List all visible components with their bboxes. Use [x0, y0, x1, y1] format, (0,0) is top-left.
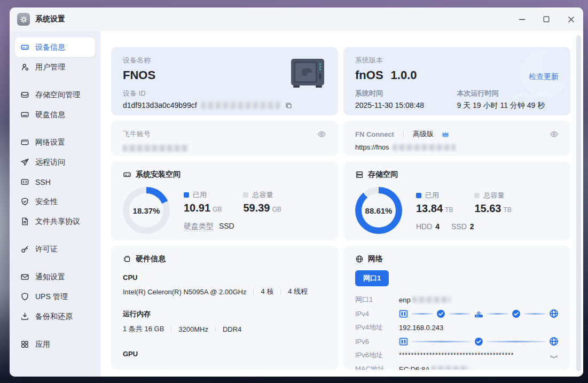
total-label: 总容量: [483, 191, 504, 200]
sidebar-item-device-info[interactable]: 设备信息: [15, 37, 95, 57]
sidebar-item-label: 存储空间管理: [35, 90, 80, 100]
network-port-icon: [20, 138, 29, 147]
sidebar: 设备信息 用户管理 存储空间管理 硬盘信息: [10, 31, 100, 377]
used-legend-swatch: [416, 193, 421, 198]
port-name-prefix: enp: [399, 296, 411, 304]
used-legend-swatch: [184, 192, 189, 198]
sidebar-item-network-settings[interactable]: 网络设置: [15, 132, 95, 152]
storage-donut: 88.61%: [355, 187, 402, 234]
mac-addr-prefix: EC:D6:8A: [399, 365, 430, 370]
tier-label: 高级版: [413, 129, 434, 139]
crown-icon: [441, 130, 450, 138]
internet-globe-icon: [549, 337, 559, 346]
apps-grid-icon: [20, 340, 29, 349]
sidebar-item-remote-access[interactable]: 远程访问: [15, 152, 95, 172]
copy-icon[interactable]: [285, 101, 293, 110]
check-circle-icon: [512, 309, 521, 318]
sidebar-item-label: 设备信息: [35, 43, 65, 52]
total-value: 15.63: [474, 202, 501, 214]
ethernet-port-icon: [399, 309, 408, 318]
sidebar-item-file-sharing[interactable]: 文件共享协议: [15, 212, 95, 231]
vertical-scrollbar[interactable]: [576, 35, 581, 371]
sidebar-item-ssh[interactable]: SSH: [15, 172, 95, 192]
card-title: 系统安装空间: [136, 170, 181, 179]
sidebar-item-label: UPS 管理: [35, 292, 68, 302]
globe-icon: [355, 255, 364, 263]
connect-url-prefix: https://fnos: [355, 143, 389, 151]
gpu-label: GPU: [123, 350, 326, 358]
ethernet-port-icon: [399, 337, 408, 346]
version-card: 系统版本 fnOS 1.0.0 检查更新 系统时间 2025-11-30 15:…: [343, 47, 570, 115]
cpu-cores: 4 核: [261, 287, 273, 296]
sidebar-item-backup[interactable]: 备份和还原: [15, 307, 95, 326]
used-value: 10.91: [184, 202, 210, 214]
divider: [171, 326, 171, 332]
uptime-value: 9 天 19 小时 11 分钟 49 秒: [457, 101, 545, 110]
divider: [215, 326, 216, 332]
minimize-button[interactable]: [509, 7, 534, 31]
used-unit: TB: [445, 206, 453, 214]
eye-closed-icon[interactable]: [549, 350, 559, 360]
sidebar-item-storage-pool[interactable]: 存储空间管理: [15, 85, 95, 105]
account-redacted: [123, 145, 188, 152]
divider: [280, 288, 281, 295]
storage-card: 存储空间 88.61% 已用 13.84TB: [343, 161, 570, 240]
server-stack-icon: [355, 170, 364, 179]
ipv4-row-label: IPv4: [355, 310, 399, 318]
total-unit: GB: [272, 206, 281, 213]
memory-type: DDR4: [223, 325, 241, 333]
shield-check-icon: [20, 197, 29, 206]
terminal-icon: [20, 177, 29, 186]
mail-icon: [20, 272, 29, 282]
storage-pool-icon: [20, 90, 29, 99]
used-label: 已用: [425, 191, 439, 200]
check-update-link[interactable]: 检查更新: [529, 72, 559, 82]
fn-connect-label: FN Connect: [355, 130, 394, 138]
ipv4-addr-label: IPv4地址: [355, 323, 399, 332]
sidebar-item-label: 远程访问: [35, 158, 65, 167]
titlebar: 系统设置: [10, 7, 583, 31]
memory-size: 1 条共 16 GB: [123, 324, 164, 334]
paper-plane-icon: [20, 158, 29, 167]
port-row-label: 网口1: [355, 295, 399, 304]
disk-type-value: SSD: [219, 222, 234, 230]
total-value: 59.39: [243, 202, 270, 214]
port-tab-button[interactable]: 网口1: [355, 270, 389, 286]
card-title: 网络: [368, 254, 383, 264]
sidebar-item-notifications[interactable]: 通知设置: [15, 267, 95, 287]
eye-icon[interactable]: [317, 130, 326, 139]
eye-icon[interactable]: [550, 130, 559, 139]
uptime-label: 本次运行时间: [457, 89, 559, 98]
key-icon: [20, 245, 29, 254]
sidebar-item-disk-info[interactable]: 硬盘信息: [15, 105, 95, 124]
shield-icon: [20, 292, 29, 301]
mac-addr-label: MAC地址: [355, 364, 399, 370]
network-card: 网络 网口1 网口1 enp IPv4: [343, 246, 570, 370]
total-unit: TB: [503, 206, 511, 214]
ipv4-addr-value: 192.168.0.243: [399, 324, 559, 332]
device-id-redacted: [201, 102, 280, 109]
system-settings-window: 系统设置 设备信息 用户管理: [10, 7, 583, 377]
used-unit: GB: [213, 206, 222, 213]
maximize-button[interactable]: [534, 7, 559, 31]
total-legend-swatch: [243, 192, 248, 198]
check-circle-icon: [436, 309, 445, 318]
sidebar-item-user-management[interactable]: 用户管理: [15, 57, 95, 77]
sidebar-item-label: 硬盘信息: [35, 110, 65, 120]
sidebar-item-label: 网络设置: [35, 138, 65, 147]
mac-addr-redacted: [432, 366, 469, 370]
device-card: 设备名称 FNOS 设备 ID d1df913d3a0c49b99cf: [111, 47, 338, 115]
divider: [403, 131, 404, 137]
total-legend-swatch: [474, 193, 480, 198]
sidebar-item-label: 许可证: [35, 245, 58, 254]
sidebar-item-license[interactable]: 许可证: [15, 239, 95, 259]
sidebar-item-ups[interactable]: UPS 管理: [15, 287, 95, 307]
close-button[interactable]: [559, 7, 583, 31]
system-space-card: 系统安装空间 18.37% 已用 10.91GB: [111, 161, 338, 240]
used-value: 13.84: [416, 202, 443, 214]
ipv6-row-label: IPv6: [355, 338, 399, 346]
sidebar-item-security[interactable]: 安全性: [15, 192, 95, 212]
sidebar-item-label: 安全性: [35, 197, 58, 207]
sidebar-item-apps[interactable]: 应用: [15, 334, 95, 354]
donut-percent: 88.61%: [362, 193, 396, 228]
